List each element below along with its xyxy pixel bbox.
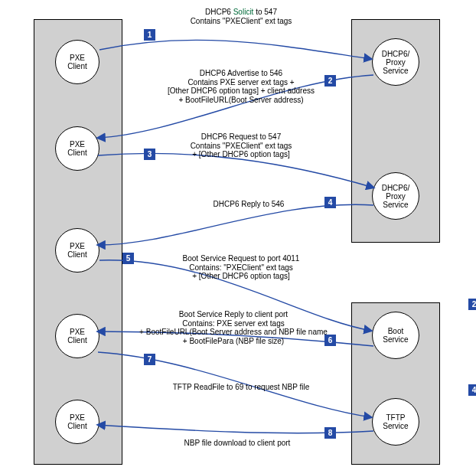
step-5: 5 bbox=[122, 253, 134, 264]
step-2-partial: 2 bbox=[468, 299, 476, 310]
msg-7: TFTP ReadFile to 69 to request NBP file bbox=[153, 383, 329, 392]
step-4-partial: 4 bbox=[468, 384, 476, 396]
step-7: 7 bbox=[144, 354, 155, 365]
msg-6: Boot Service Reply to client portContain… bbox=[134, 310, 333, 345]
step-1: 1 bbox=[144, 29, 155, 41]
msg-8: NBP file download to client port bbox=[161, 439, 314, 448]
step-4: 4 bbox=[324, 197, 336, 208]
msg-5: Boot Service Request to port 4011Contain… bbox=[153, 254, 329, 281]
msg-4: DHCP6 Reply to 546 bbox=[180, 200, 318, 209]
diagram-stage: PXEClient PXEClient PXEClient PXEClient … bbox=[0, 0, 476, 467]
step-8: 8 bbox=[324, 427, 336, 439]
step-3: 3 bbox=[144, 149, 155, 160]
msg-1: DHCP6 Solicit to 547 Contains "PXEClient… bbox=[161, 8, 321, 25]
msg-3: DHCP6 Request to 547Contains "PXEClient"… bbox=[165, 132, 318, 159]
msg-2: DHCP6 Advertise to 546Contains PXE serve… bbox=[153, 69, 329, 104]
